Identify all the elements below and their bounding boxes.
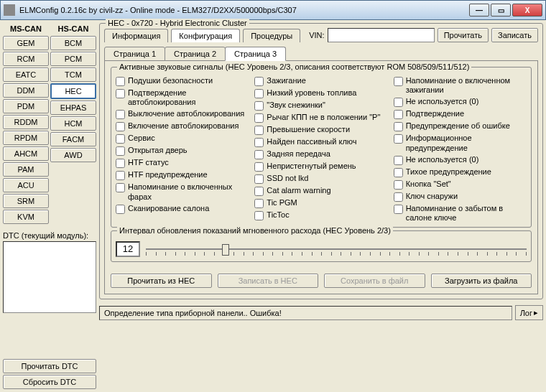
signal-checkbox[interactable] bbox=[254, 126, 264, 135]
signal-checkbox[interactable] bbox=[394, 192, 403, 202]
read-hec-button[interactable]: Прочитать из HEC bbox=[111, 274, 212, 288]
module-button-kvm[interactable]: KVM bbox=[3, 210, 49, 224]
signal-checkbox[interactable] bbox=[254, 211, 264, 220]
module-button-tcm[interactable]: TCM bbox=[50, 67, 96, 82]
signal-checkbox[interactable] bbox=[116, 134, 125, 144]
page-tab-2[interactable]: Страница 2 bbox=[165, 47, 226, 61]
signal-checkbox[interactable] bbox=[116, 171, 125, 180]
signal-label: Рычаг КПП не в положении "P" bbox=[267, 113, 380, 122]
checkbox-row: Открытая дверь bbox=[116, 146, 249, 156]
app-icon bbox=[4, 4, 15, 16]
signal-checkbox[interactable] bbox=[116, 122, 125, 131]
signal-checkbox[interactable] bbox=[254, 174, 264, 184]
module-button-hec[interactable]: HEC bbox=[50, 83, 96, 99]
module-button-awd[interactable]: AWD bbox=[50, 148, 96, 162]
signal-label: Информационное предупреждение bbox=[406, 134, 527, 152]
module-button-pdm[interactable]: PDM bbox=[3, 99, 49, 113]
signal-checkbox[interactable] bbox=[254, 138, 264, 147]
reset-dtc-button[interactable]: Сбросить DTC bbox=[3, 375, 96, 389]
signal-checkbox[interactable] bbox=[394, 77, 403, 86]
signal-checkbox[interactable] bbox=[254, 113, 264, 123]
checkbox-row: Напоминание о включенных фарах bbox=[116, 182, 249, 201]
module-button-rddm[interactable]: RDDM bbox=[3, 115, 49, 129]
module-button-acu[interactable]: ACU bbox=[3, 178, 49, 192]
checkbox-row: Подтверждение bbox=[394, 109, 527, 119]
signal-checkbox[interactable] bbox=[394, 122, 403, 131]
vin-input[interactable] bbox=[328, 28, 435, 42]
signal-checkbox[interactable] bbox=[394, 134, 403, 144]
signal-checkbox[interactable] bbox=[116, 159, 125, 168]
signal-checkbox[interactable] bbox=[254, 101, 264, 111]
signal-checkbox[interactable] bbox=[254, 199, 264, 208]
signal-checkbox[interactable] bbox=[116, 146, 125, 156]
checkbox-row: Кнопка "Set" bbox=[394, 179, 527, 190]
signal-label: Открытая дверь bbox=[128, 146, 188, 155]
maximize-button[interactable]: ▭ bbox=[491, 4, 511, 17]
tab-config[interactable]: Конфигурация bbox=[171, 29, 240, 42]
module-button-pcm[interactable]: PCM bbox=[50, 52, 96, 66]
module-button-eatc[interactable]: EATC bbox=[3, 67, 49, 82]
signal-label: "Звук снежинки" bbox=[267, 101, 325, 110]
module-button-bcm[interactable]: BCM bbox=[50, 36, 96, 50]
module-button-rcm[interactable]: RCM bbox=[3, 52, 49, 66]
load-file-button[interactable]: Загрузить из файла bbox=[431, 274, 532, 288]
page-tab-1[interactable]: Страница 1 bbox=[104, 47, 165, 61]
module-button-rpdm[interactable]: RPDM bbox=[3, 131, 49, 145]
signal-checkbox[interactable] bbox=[116, 205, 125, 214]
checkbox-row: Не используется (0) bbox=[394, 97, 527, 107]
signal-label: Подтверждение bbox=[406, 109, 464, 118]
checkbox-row: Задняя передача bbox=[254, 149, 387, 159]
window-title: ELMConfig 0.2.16c by civil-zz - Online m… bbox=[19, 6, 469, 14]
signal-checkbox[interactable] bbox=[394, 110, 403, 119]
tab-proc[interactable]: Процедуры bbox=[243, 29, 300, 42]
signal-label: Сервис bbox=[128, 134, 155, 143]
write-hec-button[interactable]: Записать в HEC bbox=[218, 274, 319, 288]
module-button-ahcm[interactable]: AHCM bbox=[3, 146, 49, 161]
signal-checkbox[interactable] bbox=[254, 162, 264, 172]
signal-label: Низкий уровень топлива bbox=[267, 88, 356, 98]
signal-checkbox[interactable] bbox=[254, 150, 264, 159]
module-button-ddm[interactable]: DDM bbox=[3, 83, 49, 98]
signal-checkbox[interactable] bbox=[254, 187, 264, 196]
signal-checkbox[interactable] bbox=[394, 156, 403, 165]
write-button[interactable]: Записать bbox=[491, 28, 538, 42]
signal-checkbox[interactable] bbox=[116, 77, 125, 86]
module-button-gem[interactable]: GEM bbox=[3, 36, 49, 50]
dtc-listbox[interactable] bbox=[3, 241, 96, 313]
signal-checkbox[interactable] bbox=[116, 183, 125, 192]
signal-checkbox[interactable] bbox=[394, 98, 403, 107]
page-tab-3[interactable]: Страница 3 bbox=[225, 47, 286, 61]
module-button-facm[interactable]: FACM bbox=[50, 132, 96, 146]
close-button[interactable]: X bbox=[512, 4, 542, 17]
signal-checkbox[interactable] bbox=[394, 205, 403, 214]
signal-label: Тихое предупреждение bbox=[406, 167, 491, 177]
signal-label: Ключ снаружи bbox=[406, 192, 458, 201]
signal-label: Зажигание bbox=[267, 76, 306, 85]
read-dtc-button[interactable]: Прочитать DTC bbox=[3, 359, 96, 373]
module-button-srm[interactable]: SRM bbox=[3, 194, 49, 208]
signal-checkbox[interactable] bbox=[394, 180, 403, 190]
checkbox-row: Напоминание о включенном зажигании bbox=[394, 76, 527, 95]
module-button-ehpas[interactable]: EHPAS bbox=[50, 101, 96, 115]
checkbox-row: Tic PGM bbox=[254, 198, 387, 208]
minimize-button[interactable]: — bbox=[469, 4, 489, 17]
interval-slider[interactable] bbox=[146, 242, 527, 256]
read-button[interactable]: Прочитать bbox=[438, 28, 489, 42]
checkbox-row: Напоминание о забытом в салоне ключе bbox=[394, 204, 527, 223]
checkbox-row: Предупреждение об ошибке bbox=[394, 121, 527, 131]
signal-checkbox[interactable] bbox=[254, 77, 264, 86]
signal-checkbox[interactable] bbox=[116, 110, 125, 119]
save-file-button[interactable]: Сохранить в файл bbox=[324, 274, 425, 288]
signal-checkbox[interactable] bbox=[254, 89, 264, 98]
checkbox-row: Низкий уровень топлива bbox=[254, 88, 387, 98]
vin-label: VIN: bbox=[309, 31, 324, 39]
log-button[interactable]: Лог ▸ bbox=[515, 305, 543, 320]
checkbox-row: "Звук снежинки" bbox=[254, 101, 387, 111]
signal-label: Задняя передача bbox=[267, 149, 330, 159]
module-button-hcm[interactable]: HCM bbox=[50, 116, 96, 131]
signal-checkbox[interactable] bbox=[394, 168, 403, 177]
signal-checkbox[interactable] bbox=[116, 89, 125, 98]
module-button-pam[interactable]: PAM bbox=[3, 162, 49, 177]
tab-info[interactable]: Информация bbox=[104, 29, 168, 42]
log-label: Лог bbox=[520, 309, 532, 317]
